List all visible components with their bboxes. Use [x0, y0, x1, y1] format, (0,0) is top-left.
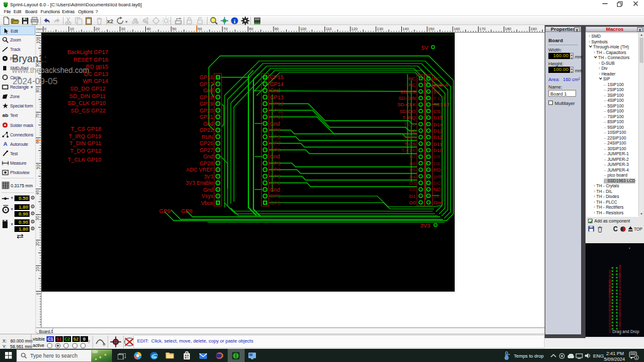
- svg-text:NC: NC: [608, 295, 611, 299]
- svg-text:D6: D6: [409, 161, 416, 167]
- svg-text:T-DO: T-DO: [404, 122, 416, 128]
- svg-text:D9: D9: [433, 154, 440, 160]
- svg-text:140: 140: [402, 27, 409, 31]
- svg-text:80: 80: [249, 27, 253, 31]
- svg-text:70: 70: [223, 27, 228, 31]
- svg-text:T_DO GP12: T_DO GP12: [70, 148, 101, 154]
- svg-text:GP15: GP15: [270, 74, 284, 80]
- svg-text:D8: D8: [433, 161, 440, 167]
- svg-text:20: 20: [96, 27, 100, 31]
- svg-text:5V: 5V: [421, 45, 428, 51]
- svg-text:RESET GP16: RESET GP16: [74, 57, 108, 63]
- svg-text:WR: WR: [618, 313, 621, 317]
- svg-text:GP19: GP19: [199, 101, 213, 107]
- svg-text:GP13: GP13: [270, 94, 284, 101]
- svg-text:70: 70: [36, 113, 40, 118]
- svg-text:3V3: 3V3: [204, 173, 213, 180]
- svg-text:D7: D7: [409, 154, 416, 160]
- svg-text:0: 0: [44, 27, 47, 31]
- svg-text:Board 1: Board 1: [39, 329, 53, 334]
- svg-text:NC: NC: [608, 269, 611, 273]
- svg-text:D0: D0: [608, 329, 611, 333]
- svg-text:GP9: GP9: [270, 127, 280, 133]
- svg-text:GP18: GP18: [199, 94, 213, 101]
- svg-text:D3: D3: [409, 180, 416, 186]
- svg-text:100: 100: [36, 36, 40, 43]
- svg-text:130: 130: [377, 27, 384, 31]
- svg-text:D1: D1: [608, 326, 611, 330]
- svg-text:NC: NC: [408, 76, 416, 82]
- svg-text:Gnd: Gnd: [433, 200, 443, 206]
- svg-text:50: 50: [172, 27, 177, 31]
- svg-text:D2: D2: [608, 323, 611, 327]
- svg-text:D15: D15: [433, 115, 443, 121]
- svg-text:D7: D7: [608, 307, 611, 310]
- svg-text:NC: NC: [433, 187, 441, 192]
- svg-text:SD_CS GP22: SD_CS GP22: [70, 107, 106, 114]
- svg-text:T_DIN GP11: T_DIN GP11: [69, 140, 101, 146]
- svg-text:110: 110: [326, 27, 332, 31]
- svg-text:80: 80: [36, 88, 40, 93]
- svg-text:GP26: GP26: [199, 140, 213, 146]
- svg-text:3V3: 3V3: [433, 194, 443, 199]
- svg-text:D2: D2: [409, 187, 416, 192]
- svg-text:D14: D14: [433, 122, 443, 128]
- svg-text:GP2: GP2: [270, 180, 280, 186]
- svg-text:LED-A: LED-A: [618, 265, 621, 272]
- svg-text:SD_DO GP12: SD_DO GP12: [70, 85, 106, 92]
- svg-text:180: 180: [505, 27, 512, 31]
- svg-text:D10: D10: [618, 299, 621, 304]
- svg-text:D11: D11: [433, 141, 443, 147]
- svg-text:D4: D4: [409, 174, 416, 180]
- svg-text:30: 30: [121, 27, 125, 31]
- svg-text:NC: NC: [408, 82, 416, 88]
- svg-text:D5: D5: [409, 167, 416, 173]
- svg-text:BackLight GP17: BackLight GP17: [67, 49, 108, 55]
- svg-text:40: 40: [147, 27, 151, 31]
- svg-text:60: 60: [36, 139, 40, 144]
- svg-text:T_IRQ GP19: T_IRQ GP19: [69, 133, 101, 140]
- svg-text:T-DIN: T-DIN: [402, 134, 416, 140]
- svg-text:SD_CLK GP10: SD_CLK GP10: [67, 100, 106, 106]
- svg-text:160: 160: [453, 27, 460, 31]
- svg-text:30: 30: [36, 216, 40, 221]
- svg-text:D13: D13: [433, 128, 443, 134]
- svg-text:D6: D6: [608, 310, 611, 314]
- svg-text:mm: mm: [36, 27, 43, 31]
- svg-text:RD: RD: [433, 167, 441, 173]
- svg-text:D0: D0: [409, 200, 416, 206]
- svg-text:GP28: GP28: [199, 160, 213, 167]
- svg-text:Gnd: Gnd: [270, 87, 280, 94]
- svg-text:D9: D9: [618, 304, 621, 307]
- svg-text:Gnd: Gnd: [203, 153, 213, 160]
- svg-text:RUN: RUN: [202, 134, 213, 140]
- svg-text:GP17: GP17: [199, 81, 213, 87]
- svg-text:DC: DC: [618, 317, 621, 321]
- svg-text:170: 170: [479, 27, 486, 31]
- svg-text:GP21: GP21: [199, 114, 213, 120]
- svg-text:GP5: GP5: [270, 160, 280, 167]
- svg-text:DC: DC: [433, 180, 441, 186]
- svg-text:GP6: GP6: [270, 147, 280, 153]
- svg-text:WR: WR: [433, 174, 442, 180]
- svg-text:WR GP14: WR GP14: [82, 78, 108, 84]
- svg-text:Gnd: Gnd: [203, 121, 213, 127]
- svg-text:100: 100: [300, 27, 307, 31]
- svg-text:GP1: GP1: [270, 193, 280, 199]
- svg-text:3V3: 3V3: [420, 222, 430, 229]
- svg-text:GP8: GP8: [270, 134, 280, 140]
- svg-text:GP16: GP16: [199, 74, 213, 80]
- svg-text:D3: D3: [608, 320, 611, 324]
- svg-text:GP22: GP22: [199, 127, 213, 133]
- svg-text:SD-DIN: SD-DIN: [398, 96, 416, 101]
- svg-text:10: 10: [70, 27, 74, 31]
- svg-text:20: 20: [36, 241, 40, 246]
- svg-text:Gnd: Gnd: [270, 153, 280, 160]
- svg-text:Vsys: Vsys: [202, 193, 213, 199]
- svg-text:ADC VREF: ADC VREF: [186, 167, 213, 173]
- svg-text:D10: D10: [433, 148, 443, 153]
- svg-text:D12: D12: [433, 134, 443, 140]
- svg-text:T-CS: T-CS: [433, 96, 445, 101]
- svg-text:GP7: GP7: [270, 140, 280, 146]
- svg-text:GP12: GP12: [270, 101, 284, 107]
